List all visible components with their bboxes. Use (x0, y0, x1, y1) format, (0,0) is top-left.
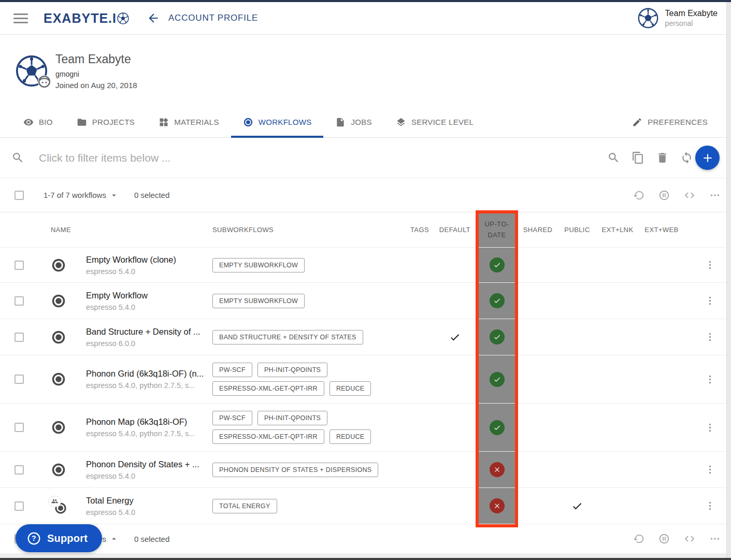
workflow-name[interactable]: Phonon Map (6k3q18i-OF) (86, 417, 212, 427)
pause-icon[interactable] (658, 533, 670, 544)
subworkflow-chip[interactable]: PH-INIT-QPOINTS (257, 411, 327, 425)
tab-jobs[interactable]: JOBS (323, 107, 383, 137)
row-checkbox[interactable] (15, 296, 24, 306)
workflow-name[interactable]: Total Energy (86, 496, 212, 506)
tab-bio[interactable]: BIO (11, 107, 65, 137)
row-checkbox[interactable] (15, 465, 24, 475)
chip-line: BAND STRUCTURE + DENSITY OF STATES (212, 330, 363, 344)
row-menu-icon[interactable] (705, 332, 715, 342)
more-horizontal-icon[interactable] (709, 533, 721, 544)
account-type: personal (665, 19, 718, 27)
column-header-public: PUBLIC (557, 226, 597, 234)
tab-label: JOBS (351, 118, 371, 126)
tab-projects[interactable]: PROJECTS (65, 107, 147, 137)
ext-web-cell (638, 248, 685, 282)
copy-icon[interactable] (632, 151, 644, 164)
row-menu-icon[interactable] (705, 422, 715, 433)
table-row[interactable]: Empty Workflowespresso 5.4.0EMPTY SUBWOR… (0, 283, 731, 319)
search-icon[interactable] (607, 151, 620, 164)
subworkflow-chip[interactable]: PH-INIT-QPOINTS (257, 363, 327, 377)
eye-icon (23, 117, 34, 127)
menu-icon[interactable] (13, 13, 28, 23)
subworkflow-chip[interactable]: ESPRESSO-XML-GET-QPT-IRR (212, 381, 324, 396)
workflow-engine: espresso 5.4.0 (86, 267, 212, 276)
subworkflow-chip[interactable]: PHONON DENSITY OF STATES + DISPERSIONS (212, 463, 378, 477)
workflow-engine: espresso 5.4.0 (86, 303, 212, 311)
subworkflow-chip[interactable]: ESPRESSO-XML-GET-QPT-IRR (212, 429, 324, 444)
row-checkbox[interactable] (15, 333, 24, 342)
row-icon-cell (42, 248, 86, 282)
filter-toolbar (607, 151, 693, 164)
tab-service-level[interactable]: SERVICE LEVEL (384, 107, 485, 137)
workflows-count-dropdown[interactable]: 1-7 of 7 workflows (44, 191, 119, 200)
workflow-name-cell: Phonon Grid (6k3q18i-OF) (n...espresso 5… (86, 355, 212, 403)
workflow-name[interactable]: Empty Workflow (86, 291, 212, 300)
code-icon[interactable] (684, 533, 695, 544)
more-horizontal-icon[interactable] (709, 190, 721, 201)
row-checkbox[interactable] (15, 375, 24, 384)
tab-materials[interactable]: MATERIALS (147, 107, 231, 137)
row-actions-cell (685, 355, 721, 403)
restore-icon[interactable] (633, 533, 644, 544)
filter-input[interactable] (38, 151, 598, 165)
support-button[interactable]: ? Support (16, 524, 102, 552)
scrollbar-track[interactable] (726, 2, 731, 558)
row-menu-icon[interactable] (705, 295, 715, 306)
table-row[interactable]: Empty Workflow (clone)espresso 5.4.0EMPT… (0, 248, 731, 283)
table-row[interactable]: Total Energyespresso 5.4.0TOTAL ENERGY (0, 488, 731, 524)
workflow-name[interactable]: Empty Workflow (clone) (86, 255, 212, 265)
subworkflow-chip[interactable]: TOTAL ENERGY (212, 499, 277, 513)
row-actions-cell (685, 488, 721, 524)
row-checkbox[interactable] (15, 501, 24, 511)
chip-line: ESPRESSO-XML-GET-QPT-IRRREDUCE (212, 381, 371, 396)
list-actions-top (633, 190, 721, 201)
row-checkbox[interactable] (15, 261, 24, 270)
tab-preferences[interactable]: PREFERENCES (620, 107, 720, 137)
app-logo[interactable]: EXABYTE.I (44, 11, 129, 26)
default-cell (434, 488, 476, 524)
table-row[interactable]: Phonon Density of States + ...espresso 5… (0, 452, 731, 488)
table-header: NAMESUBWORKFLOWSTAGSDEFAULTUP-TO-DATESHA… (0, 212, 731, 248)
restore-icon[interactable] (633, 190, 644, 201)
account-switcher[interactable]: Team Exabyte personal (638, 8, 718, 28)
up-to-date-cell (476, 248, 518, 282)
row-menu-icon[interactable] (705, 464, 715, 475)
subworkflow-chip[interactable]: REDUCE (329, 429, 371, 444)
row-menu-icon[interactable] (705, 500, 715, 511)
select-all-checkbox[interactable] (15, 191, 24, 200)
delete-icon[interactable] (656, 151, 669, 164)
subworkflow-chip[interactable]: BAND STRUCTURE + DENSITY OF STATES (212, 330, 363, 344)
ext-web-cell (638, 488, 685, 524)
tab-workflows[interactable]: WORKFLOWS (231, 107, 324, 137)
subworkflow-chip[interactable]: PW-SCF (212, 363, 252, 377)
subworkflow-chip[interactable]: EMPTY SUBWORKFLOW (212, 258, 305, 272)
footer-dark-strip (0, 558, 731, 560)
code-icon[interactable] (684, 190, 695, 201)
row-checkbox[interactable] (15, 423, 24, 432)
back-arrow-icon[interactable] (147, 11, 160, 25)
workflow-name[interactable]: Band Structure + Density of ... (86, 327, 212, 337)
workflow-engine: espresso 5.4.0 (86, 508, 212, 516)
table-row[interactable]: Phonon Grid (6k3q18i-OF) (n...espresso 5… (0, 355, 731, 404)
workflow-name[interactable]: Phonon Grid (6k3q18i-OF) (n... (86, 369, 212, 379)
workflow-name[interactable]: Phonon Density of States + ... (86, 460, 212, 469)
row-menu-icon[interactable] (705, 260, 715, 270)
layers-icon (396, 117, 406, 127)
default-cell (434, 319, 476, 355)
subworkflow-chip[interactable]: PW-SCF (212, 411, 252, 425)
pause-icon[interactable] (658, 190, 670, 201)
subworkflow-chip[interactable]: EMPTY SUBWORKFLOW (212, 294, 305, 308)
table-row[interactable]: Band Structure + Density of ...espresso … (0, 319, 731, 355)
uptodate-check-icon (490, 420, 505, 435)
uptodate-check-icon (490, 372, 505, 387)
tab-label: WORKFLOWS (259, 118, 312, 126)
public-cell (557, 355, 597, 403)
subworkflow-chip[interactable]: REDUCE (329, 381, 371, 396)
row-menu-icon[interactable] (705, 374, 715, 385)
table-row[interactable]: Phonon Map (6k3q18i-OF)espresso 5.4.0, p… (0, 404, 731, 452)
ext-lnk-cell (597, 404, 638, 451)
add-workflow-button[interactable] (695, 146, 720, 170)
sync-icon[interactable] (680, 151, 693, 164)
public-cell (557, 404, 597, 451)
profile-section: Team Exabyte gmogni Joined on Aug 20, 20… (0, 35, 731, 107)
